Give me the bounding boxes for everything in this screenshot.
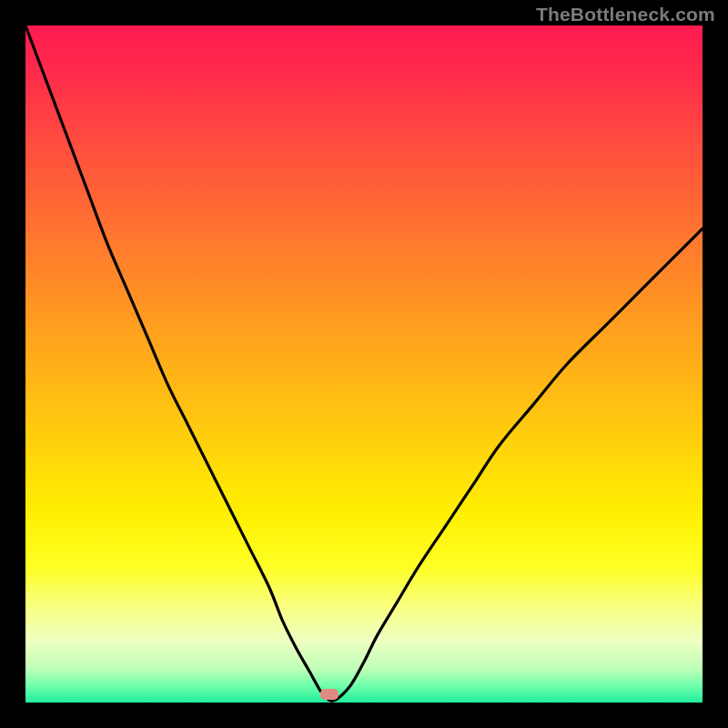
plot-area xyxy=(25,25,703,703)
optimum-marker xyxy=(320,689,339,700)
bottleneck-curve xyxy=(25,25,703,703)
chart-frame: TheBottleneck.com xyxy=(0,0,728,728)
watermark-label: TheBottleneck.com xyxy=(536,4,715,25)
